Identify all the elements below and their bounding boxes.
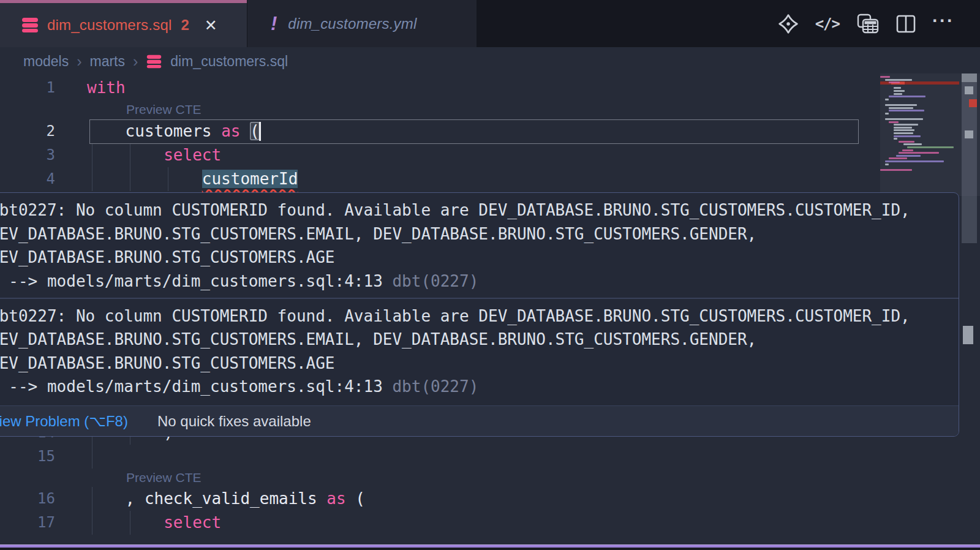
code-line[interactable]: 1with (0, 76, 980, 100)
tab-error-count-badge: 2 (181, 17, 189, 34)
indent-guide (130, 167, 130, 191)
chevron-right-icon: › (77, 53, 81, 70)
overview-ruler-mark (965, 86, 973, 94)
minimap-code-line (894, 129, 914, 131)
code-text: select (164, 511, 221, 535)
code-text: select (164, 143, 221, 167)
minimap-code-line (889, 121, 899, 123)
minimap-code-line (889, 110, 924, 111)
minimap[interactable] (880, 73, 959, 202)
code-text: , check_valid_emails as ( (126, 487, 365, 511)
code-token: select (164, 513, 221, 532)
overview-ruler-mark (969, 99, 977, 107)
minimap-code-line (880, 76, 890, 78)
scrollbar[interactable] (962, 73, 977, 545)
code-token: as (326, 489, 345, 508)
tab-filename: dim_customers.sql (47, 17, 172, 34)
indent-guide (92, 487, 92, 511)
overview-ruler-mark (965, 130, 973, 138)
breadcrumb-marts[interactable]: marts (89, 53, 125, 70)
dbt-logo-icon[interactable] (778, 13, 799, 35)
problem-message-block: dbt0227: No column CUSTOMERID found. Ava… (0, 299, 959, 404)
line-number: 16 (11, 487, 55, 511)
minimap-code-line (902, 149, 913, 151)
minimap-code-line (903, 143, 922, 145)
minimap-code-line (885, 79, 912, 81)
problem-text: DEV_DATABASE.BRUNO.STG_CUSTOMERS.EMAIL, … (0, 328, 951, 352)
split-editor-icon[interactable] (896, 13, 916, 35)
close-icon[interactable]: ✕ (205, 18, 217, 33)
tab-dim-customers-sql[interactable]: dim_customers.sql 2 ✕ (0, 0, 247, 47)
minimap-code-line (885, 164, 889, 165)
query-results-icon[interactable] (856, 13, 880, 35)
panel-edge (0, 548, 980, 550)
minimap-code-line (889, 107, 913, 109)
problem-text: DEV_DATABASE.BRUNO.STG_CUSTOMERS.AGE (0, 246, 951, 269)
problem-source-code: dbt(0227) (392, 272, 478, 290)
minimap-code-line (880, 169, 912, 171)
codelens-preview-cte[interactable]: Preview CTE (126, 102, 202, 117)
indent-guide (92, 445, 92, 469)
exclamation-icon: ! (271, 14, 277, 33)
code-token: select (164, 146, 221, 164)
problem-location: --> models/marts/dim_customers.sql:4:13 (0, 377, 383, 396)
minimap-code-line (885, 104, 917, 106)
indent-guide (92, 143, 92, 167)
indent-guide (130, 143, 130, 167)
indent-guide (168, 167, 168, 191)
no-quick-fixes-text: No quick fixes available (157, 413, 311, 430)
problem-text: dbt0227: No column CUSTOMERID found. Ava… (0, 304, 951, 328)
view-problem-link[interactable]: View Problem (⌥F8) (0, 413, 128, 430)
overview-ruler-mark (962, 73, 977, 82)
minimap-code-line (885, 118, 923, 120)
problem-hover-popup: dbt0227: No column CUSTOMERID found. Ava… (0, 192, 959, 437)
code-line[interactable]: 16, check_valid_emails as ( (0, 487, 980, 511)
code-token: , check_valid_emails (126, 489, 327, 508)
code-token: ( (346, 489, 365, 508)
code-line[interactable]: 15 (0, 445, 980, 469)
code-line[interactable]: 3select (0, 143, 980, 167)
error-token-customerid: customerId (202, 170, 298, 188)
code-line[interactable]: 4customerId (0, 167, 980, 191)
indent-guide (92, 167, 92, 191)
codelens-preview-cte[interactable]: Preview CTE (126, 470, 202, 485)
editor-actions-toolbar: </> ··· (778, 0, 980, 47)
minimap-code-line (894, 138, 897, 140)
current-line-highlight (89, 119, 859, 144)
editor-tab-bar: dim_customers.sql 2 ✕ ! dim_customers.ym… (0, 0, 980, 47)
code-token: with (87, 78, 126, 97)
minimap-code-line (899, 152, 939, 154)
minimap-code-line (907, 146, 954, 148)
line-number: 1 (11, 76, 55, 100)
problem-message-block: dbt0227: No column CUSTOMERID found. Ava… (0, 193, 959, 298)
code-text: customerId (202, 167, 298, 191)
minimap-code-line (899, 141, 914, 143)
minimap-code-line (894, 93, 902, 95)
tab-filename: dim_customers.yml (288, 15, 417, 32)
tab-dim-customers-yml[interactable]: ! dim_customers.yml (247, 0, 477, 47)
overview-ruler-mark (963, 326, 973, 344)
problem-location-line: --> models/marts/dim_customers.sql:4:13 … (0, 269, 951, 293)
compile-code-icon[interactable]: </> (815, 13, 840, 35)
breadcrumb: models › marts › dim_customers.sql (0, 47, 980, 75)
code-line[interactable]: 17select (0, 511, 980, 535)
line-number: 3 (11, 143, 55, 167)
minimap-code-line (889, 157, 907, 159)
breadcrumb-file[interactable]: dim_customers.sql (170, 53, 288, 70)
vscode-window: dim_customers.sql 2 ✕ ! dim_customers.ym… (0, 0, 980, 550)
database-file-icon (146, 53, 162, 70)
minimap-code-line (894, 135, 921, 137)
minimap-code-line (885, 160, 944, 162)
text-cursor (259, 122, 261, 141)
line-number: 17 (11, 511, 55, 535)
more-actions-icon[interactable]: ··· (932, 10, 954, 38)
breadcrumb-models[interactable]: models (23, 53, 69, 70)
problem-text: dbt0227: No column CUSTOMERID found. Ava… (0, 198, 951, 222)
line-number: 2 (11, 119, 55, 143)
minimap-code-line (896, 155, 921, 157)
line-number: 15 (11, 445, 55, 469)
minimap-code-line (889, 81, 900, 83)
indent-guide (92, 511, 92, 535)
database-file-icon (21, 16, 39, 34)
minimap-code-line (885, 99, 889, 100)
